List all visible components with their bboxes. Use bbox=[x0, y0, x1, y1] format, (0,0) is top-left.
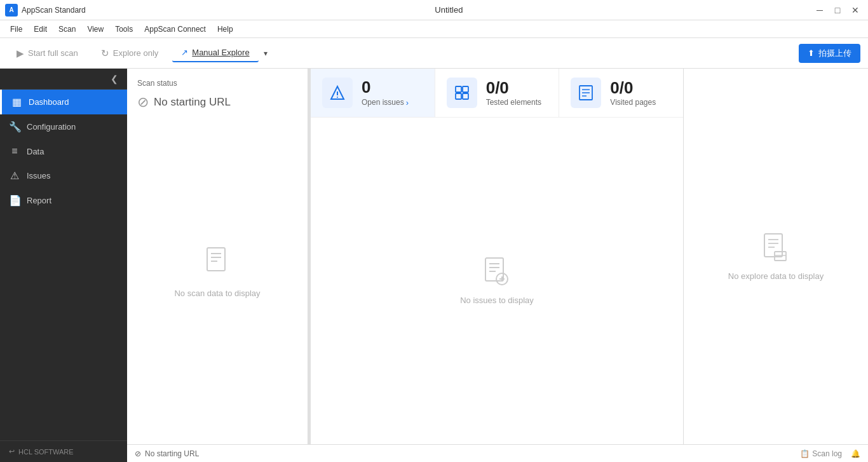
stat-card-tested-elements: 0/0 Tested elements bbox=[435, 69, 560, 117]
upload-label: 拍摄上传 bbox=[818, 48, 851, 59]
explore-icon: ↻ bbox=[101, 48, 109, 59]
scan-log-area[interactable]: 📋 Scan log bbox=[800, 449, 842, 458]
svg-rect-14 bbox=[485, 258, 503, 281]
no-scan-data-text: No scan data to display bbox=[174, 289, 260, 298]
tested-elements-count: 0/0 bbox=[486, 79, 541, 97]
explore-only-button: ↻ Explore only bbox=[92, 44, 168, 63]
manual-explore-button[interactable]: ↗ Manual Explore bbox=[172, 44, 258, 62]
open-issues-count: 0 bbox=[362, 78, 409, 97]
tested-elements-icon-box bbox=[447, 78, 477, 108]
visited-pages-count: 0/0 bbox=[610, 79, 656, 97]
no-explore-icon bbox=[762, 233, 790, 265]
no-explore-text: No explore data to display bbox=[728, 271, 824, 281]
sidebar-item-configuration[interactable]: 🔧 Configuration bbox=[0, 114, 127, 139]
status-no-url-icon: ⊘ bbox=[135, 449, 141, 458]
panels-row: Scan status ⊘ No starting URL No sc bbox=[127, 69, 868, 444]
svg-rect-6 bbox=[456, 86, 461, 92]
start-full-scan-button: ▶ Start full scan bbox=[8, 44, 87, 63]
stats-row: 0 Open issues › bbox=[311, 69, 683, 118]
right-panel: No explore data to display bbox=[684, 69, 868, 444]
menu-edit[interactable]: Edit bbox=[29, 24, 52, 35]
document-title: Untitled bbox=[435, 5, 463, 15]
menu-bar: File Edit Scan View Tools AppScan Connec… bbox=[0, 20, 868, 38]
sidebar-item-dashboard-label: Dashboard bbox=[29, 97, 69, 107]
no-issues-icon bbox=[483, 257, 511, 289]
explore-only-label: Explore only bbox=[113, 48, 159, 58]
open-issues-arrow: › bbox=[406, 98, 409, 107]
scan-status-label: Scan status bbox=[137, 79, 297, 88]
sidebar-item-report-label: Report bbox=[27, 196, 51, 205]
sidebar-item-issues-label: Issues bbox=[27, 171, 51, 180]
upload-button[interactable]: ⬆ 拍摄上传 bbox=[799, 44, 860, 63]
bell-icon: 🔔 bbox=[851, 449, 860, 458]
sidebar-footer-label: HCL SOFTWARE bbox=[18, 448, 74, 456]
data-icon: ≡ bbox=[9, 146, 20, 157]
report-icon: 📄 bbox=[9, 194, 20, 207]
app-logo: A bbox=[5, 4, 18, 17]
sidebar-footer: ↩ HCL SOFTWARE bbox=[0, 440, 127, 462]
minimize-button[interactable]: ─ bbox=[812, 3, 827, 18]
sidebar-item-report[interactable]: 📄 Report bbox=[0, 188, 127, 213]
stat-card-visited-pages: 0/0 Visited pages bbox=[559, 69, 683, 117]
open-issues-info: 0 Open issues › bbox=[362, 78, 409, 107]
svg-point-5 bbox=[337, 97, 338, 98]
menu-file[interactable]: File bbox=[5, 24, 27, 35]
sidebar-item-dashboard[interactable]: ▦ Dashboard bbox=[0, 90, 127, 114]
svg-rect-0 bbox=[207, 248, 225, 271]
status-left: ⊘ No starting URL bbox=[135, 449, 199, 458]
menu-help[interactable]: Help bbox=[212, 24, 238, 35]
hcl-logo-icon: ↩ bbox=[9, 447, 15, 456]
toolbar-left: ▶ Start full scan ↻ Explore only ↗ Manua… bbox=[8, 44, 273, 63]
scan-log-icon: 📋 bbox=[800, 449, 810, 458]
menu-view[interactable]: View bbox=[82, 24, 109, 35]
sidebar-item-data[interactable]: ≡ Data bbox=[0, 139, 127, 163]
app-title: AppScan Standard bbox=[22, 6, 86, 15]
close-button[interactable]: ✕ bbox=[848, 3, 863, 18]
no-starting-url-text: No starting URL bbox=[154, 96, 231, 109]
stat-card-open-issues[interactable]: 0 Open issues › bbox=[311, 69, 435, 117]
dashboard-icon: ▦ bbox=[11, 96, 22, 108]
open-issues-label: Open issues › bbox=[362, 98, 409, 107]
title-controls: ─ □ ✕ bbox=[812, 3, 863, 18]
content-area: Scan status ⊘ No starting URL No sc bbox=[127, 69, 868, 462]
status-bar: ⊘ No starting URL 📋 Scan log 🔔 bbox=[127, 444, 868, 462]
manual-explore-dropdown[interactable]: ▾ bbox=[259, 45, 273, 62]
sidebar-item-configuration-label: Configuration bbox=[27, 122, 76, 132]
title-bar-left: A AppScan Standard bbox=[5, 4, 86, 17]
toolbar: ▶ Start full scan ↻ Explore only ↗ Manua… bbox=[0, 38, 868, 69]
tested-elements-info: 0/0 Tested elements bbox=[486, 79, 541, 107]
menu-scan[interactable]: Scan bbox=[53, 24, 81, 35]
right-empty: No explore data to display bbox=[684, 69, 868, 444]
sidebar-item-data-label: Data bbox=[27, 147, 44, 156]
no-url-row: ⊘ No starting URL bbox=[137, 94, 297, 111]
maximize-button[interactable]: □ bbox=[830, 3, 845, 18]
svg-rect-7 bbox=[463, 86, 468, 92]
manual-explore-label: Manual Explore bbox=[192, 48, 249, 57]
no-url-icon: ⊘ bbox=[137, 94, 149, 111]
issues-icon: ⚠ bbox=[9, 170, 20, 182]
start-full-scan-label: Start full scan bbox=[28, 48, 78, 58]
tested-elements-label: Tested elements bbox=[486, 98, 541, 107]
sidebar-collapse-button[interactable]: ❮ bbox=[107, 72, 122, 85]
left-panel-empty: No scan data to display bbox=[137, 111, 297, 434]
menu-tools[interactable]: Tools bbox=[110, 24, 138, 35]
visited-pages-icon-box bbox=[571, 78, 601, 108]
main-layout: ❮ ▦ Dashboard 🔧 Configuration ≡ Data ⚠ I… bbox=[0, 69, 868, 462]
configuration-icon: 🔧 bbox=[9, 121, 20, 133]
middle-panel: 0 Open issues › bbox=[311, 69, 684, 444]
manual-explore-group: ↗ Manual Explore ▾ bbox=[172, 44, 272, 62]
left-panel: Scan status ⊘ No starting URL No sc bbox=[127, 69, 308, 444]
no-scan-icon bbox=[205, 247, 230, 282]
no-issues-text: No issues to display bbox=[460, 296, 534, 305]
status-right: 📋 Scan log 🔔 bbox=[800, 449, 860, 458]
status-no-url-text: No starting URL bbox=[145, 449, 199, 458]
menu-appscan-connect[interactable]: AppScan Connect bbox=[139, 24, 211, 35]
play-icon: ▶ bbox=[17, 48, 24, 59]
sidebar-collapse-area: ❮ bbox=[0, 69, 127, 90]
sidebar-item-issues[interactable]: ⚠ Issues bbox=[0, 163, 127, 188]
middle-empty: No issues to display bbox=[311, 118, 683, 444]
visited-pages-info: 0/0 Visited pages bbox=[610, 79, 656, 107]
svg-rect-21 bbox=[764, 234, 782, 257]
upload-icon: ⬆ bbox=[808, 48, 815, 58]
sidebar: ❮ ▦ Dashboard 🔧 Configuration ≡ Data ⚠ I… bbox=[0, 69, 127, 462]
